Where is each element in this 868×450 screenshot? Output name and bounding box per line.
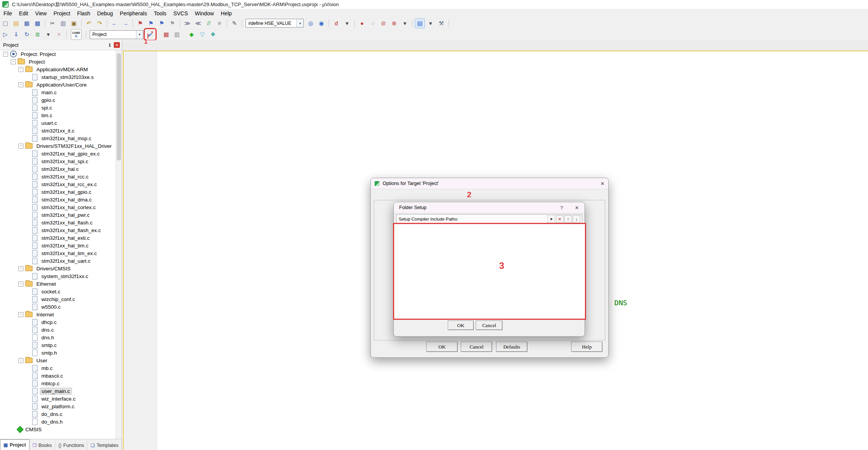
copy-icon[interactable]: ▥ bbox=[58, 18, 68, 28]
tree-item[interactable]: wiz_platform.c bbox=[0, 403, 116, 410]
tree-item[interactable]: Drivers/STM32F1xx_HAL_Driver bbox=[0, 142, 116, 150]
tree-item[interactable]: do_dns.h bbox=[0, 418, 116, 425]
chevron-down-icon[interactable]: ▾ bbox=[296, 19, 303, 27]
define-combo[interactable]: #define HSE_VALUE▾ bbox=[246, 19, 304, 28]
cancel-button[interactable]: Cancel bbox=[476, 321, 503, 330]
tree-item[interactable]: Project: Project bbox=[0, 50, 116, 58]
tree-item[interactable]: do_dns.c bbox=[0, 410, 116, 418]
help-icon[interactable]: ? bbox=[554, 205, 569, 211]
tree-item[interactable]: user_main.c bbox=[0, 387, 116, 395]
tree-item[interactable]: stm32f1xx_hal_msp.c bbox=[0, 134, 116, 142]
tree-item[interactable]: stm32f1xx_hal_tim.c bbox=[0, 242, 116, 249]
menu-item-edit[interactable]: Edit bbox=[16, 9, 32, 18]
bottom-tab-books[interactable]: ❒Books bbox=[29, 441, 56, 450]
find-in-files-icon[interactable]: ◎ bbox=[306, 18, 316, 28]
tree-item[interactable]: CMSIS bbox=[0, 425, 116, 433]
tree-item[interactable]: stm32f1xx_hal_tim_ex.c bbox=[0, 249, 116, 257]
tree-item[interactable]: Project bbox=[0, 58, 116, 65]
nav-back-icon[interactable]: ← bbox=[110, 18, 120, 28]
help-button[interactable]: Help bbox=[571, 342, 603, 352]
defaults-button[interactable]: Defaults bbox=[496, 342, 527, 352]
folder-setup-titlebar[interactable]: Folder Setup ? ✕ bbox=[394, 202, 585, 213]
tree-scrollbar-thumb[interactable] bbox=[117, 53, 121, 160]
tree-expander-icon[interactable] bbox=[18, 281, 23, 286]
menu-item-view[interactable]: View bbox=[32, 9, 50, 18]
comment-icon[interactable]: // bbox=[204, 18, 214, 28]
manage-run-env-icon[interactable]: ▦ bbox=[161, 29, 171, 39]
new-file-icon[interactable]: ▢ bbox=[0, 18, 10, 28]
tree-item[interactable]: stm32f1xx_hal_flash_ex.c bbox=[0, 226, 116, 234]
cancel-button[interactable]: Cancel bbox=[461, 342, 492, 352]
tree-item[interactable]: mbascii.c bbox=[0, 372, 116, 380]
pin-icon[interactable] bbox=[107, 43, 112, 48]
redo-icon[interactable]: ↷ bbox=[95, 18, 105, 28]
tree-item[interactable]: stm32f1xx_hal.c bbox=[0, 165, 116, 173]
stop-build-icon[interactable]: ✕ bbox=[54, 29, 64, 39]
tree-item[interactable]: system_stm32f1xx.c bbox=[0, 272, 116, 280]
file-extensions-icon[interactable]: ▥ bbox=[172, 29, 182, 39]
tree-item[interactable]: usart.c bbox=[0, 119, 116, 127]
bottom-tab-templates[interactable]: ❏Templates bbox=[87, 441, 122, 450]
save-icon[interactable]: ▦ bbox=[22, 18, 32, 28]
nav-forward-icon[interactable]: → bbox=[120, 18, 130, 28]
tree-item[interactable]: startup_stm32f103xe.s bbox=[0, 73, 116, 81]
tree-item[interactable]: stm32f1xx_hal_spi.c bbox=[0, 157, 116, 165]
dropdown-icon[interactable]: ▾ bbox=[43, 29, 53, 39]
wrench-icon[interactable]: ⚒ bbox=[436, 18, 446, 28]
batch-build-icon[interactable]: ≣ bbox=[33, 29, 43, 39]
bookmark-toggle-icon[interactable]: ⚑ bbox=[135, 18, 145, 28]
pack-installer-icon[interactable]: ◆ bbox=[187, 29, 197, 39]
menu-item-window[interactable]: Window bbox=[192, 9, 218, 18]
paste-icon[interactable]: ▣ bbox=[69, 18, 79, 28]
dropdown-icon[interactable]: ▾ bbox=[400, 18, 410, 28]
menu-item-flash[interactable]: Flash bbox=[74, 9, 93, 18]
window-list-icon[interactable]: ▤ bbox=[415, 18, 425, 28]
uncomment-icon[interactable]: # bbox=[215, 18, 224, 28]
close-icon[interactable]: ✕ bbox=[114, 42, 120, 48]
undo-icon[interactable]: ↶ bbox=[84, 18, 94, 28]
tree-expander-icon[interactable] bbox=[3, 52, 8, 57]
filter-funnel-icon[interactable]: ▽ bbox=[197, 29, 207, 39]
tree-expander-icon[interactable] bbox=[18, 82, 23, 87]
dropdown-icon[interactable]: ▾ bbox=[426, 18, 436, 28]
tree-item[interactable]: stm32f1xx_hal_exti.c bbox=[0, 234, 116, 242]
menu-item-tools[interactable]: Tools bbox=[151, 9, 170, 18]
close-icon[interactable]: ✕ bbox=[597, 181, 608, 187]
tree-expander-icon[interactable] bbox=[11, 59, 16, 64]
move-down-icon[interactable]: ↓ bbox=[573, 215, 580, 223]
tree-item[interactable]: stm32f1xx_hal_gpio_ex.c bbox=[0, 150, 116, 157]
ok-button[interactable]: OK bbox=[426, 342, 458, 352]
find-d-icon[interactable]: d bbox=[331, 18, 341, 28]
translate-icon[interactable]: ▷ bbox=[0, 29, 10, 39]
tree-item[interactable]: stm32f1xx_hal_flash.c bbox=[0, 219, 116, 226]
bookmark-next-icon[interactable]: ⚑ bbox=[157, 18, 167, 28]
tree-expander-icon[interactable] bbox=[18, 144, 23, 149]
tree-item[interactable]: mbtcp.c bbox=[0, 380, 116, 387]
tree-item[interactable]: dhcp.c bbox=[0, 318, 116, 326]
find-symbols-icon[interactable]: ◉ bbox=[316, 18, 326, 28]
new-path-icon[interactable]: ✶ bbox=[547, 215, 555, 223]
indent-left-icon[interactable]: ≪ bbox=[193, 18, 203, 28]
tree-item[interactable]: dns.c bbox=[0, 326, 116, 334]
tree-item[interactable]: stm32f1xx_hal_pwr.c bbox=[0, 211, 116, 219]
target-select-combo[interactable]: Project▾ bbox=[90, 30, 143, 39]
tree-item[interactable]: stm32f1xx_hal_dma.c bbox=[0, 196, 116, 203]
context-help-icon[interactable]: ✎ bbox=[229, 18, 239, 28]
dropdown-icon[interactable]: ▾ bbox=[342, 18, 352, 28]
tree-item[interactable]: gpio.c bbox=[0, 96, 116, 104]
tree-expander-icon[interactable] bbox=[18, 358, 23, 363]
tree-item[interactable]: stm32f1xx_hal_gpio.c bbox=[0, 188, 116, 196]
tree-expander-icon[interactable] bbox=[18, 312, 23, 317]
bottom-tab-functions[interactable]: {}Functions bbox=[55, 441, 87, 450]
tree-expander-icon[interactable] bbox=[18, 67, 23, 72]
build-icon[interactable]: ⇓ bbox=[11, 29, 21, 39]
bp-disable-icon[interactable]: ○ bbox=[368, 18, 378, 28]
tree-item[interactable]: socket.c bbox=[0, 288, 116, 295]
save-all-icon[interactable]: ▩ bbox=[33, 18, 43, 28]
bookmark-prev-icon[interactable]: ⚑ bbox=[146, 18, 156, 28]
move-up-icon[interactable]: ↑ bbox=[564, 215, 572, 223]
tree-item[interactable]: stm32f1xx_hal_rcc.c bbox=[0, 173, 116, 180]
tree-item[interactable]: Internet bbox=[0, 311, 116, 318]
open-folder-icon[interactable]: ▤ bbox=[11, 18, 21, 28]
tree-item[interactable]: stm32f1xx_hal_cortex.c bbox=[0, 203, 116, 211]
